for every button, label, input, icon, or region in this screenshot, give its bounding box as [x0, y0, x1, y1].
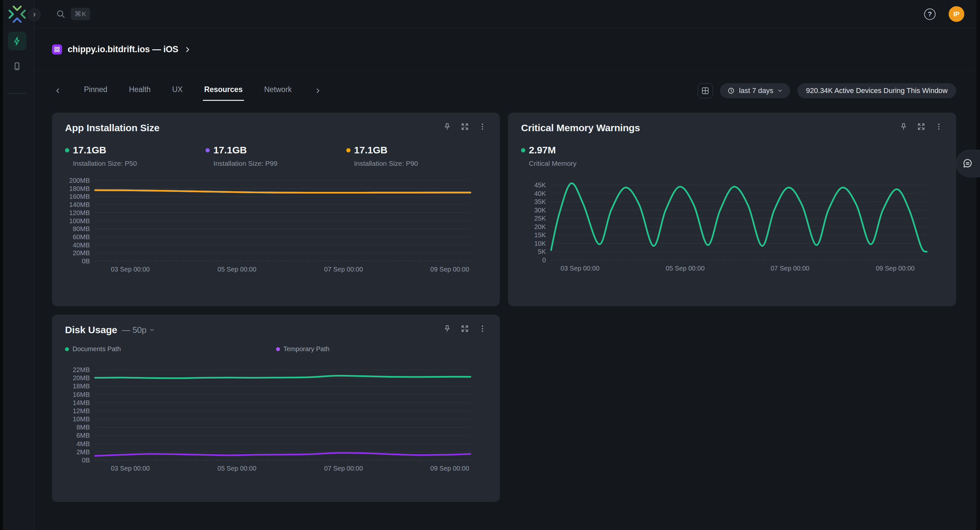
- tabs-scroll-right-icon[interactable]: [312, 87, 324, 94]
- expand-icon[interactable]: [917, 122, 926, 131]
- topbar-right: ? IP: [924, 6, 964, 22]
- lightning-icon: [12, 36, 22, 46]
- app-grid-icon: [52, 44, 62, 54]
- stat-value: 17.1GB: [213, 144, 247, 156]
- toolbar-right: last 7 days 920.34K Active Devices Durin…: [698, 83, 956, 98]
- clock-icon: [727, 87, 735, 95]
- card-title-text: Disk Usage: [65, 324, 117, 335]
- sidebar: [0, 0, 34, 530]
- kebab-menu-icon[interactable]: [478, 324, 487, 333]
- legend-label: Temporary Path: [283, 345, 329, 353]
- card-header: Critical Memory Warnings: [521, 122, 943, 133]
- stat-dot: [346, 148, 350, 152]
- avatar[interactable]: IP: [949, 6, 964, 22]
- window-edge-left: [0, 0, 3, 530]
- card-actions: [443, 122, 487, 131]
- critical-memory-chart: 45K40K35K30K25K20K15K10K5K0 03 Sep 00:00…: [521, 185, 943, 260]
- cards-grid: App Installation Size: [52, 113, 956, 502]
- legend-dot: [65, 347, 69, 351]
- expand-icon[interactable]: [461, 324, 469, 333]
- feedback-chat-tab[interactable]: [956, 150, 980, 177]
- help-icon[interactable]: ?: [924, 8, 935, 20]
- chat-bubble-icon: [962, 158, 973, 169]
- legend-documents-path[interactable]: Documents Path: [65, 345, 276, 353]
- bitdrift-logo-icon[interactable]: [8, 5, 26, 23]
- stat-dot: [65, 148, 69, 152]
- card-disk-usage: Disk Usage — 50p: [52, 314, 500, 502]
- pin-icon[interactable]: [443, 122, 452, 131]
- y-axis-labels: 22MB20MB18MB16MB14MB12MB10MB8MB6MB4MB2MB…: [65, 370, 95, 460]
- active-devices-badge: 920.34K Active Devices During This Windo…: [797, 83, 956, 98]
- x-axis-labels: 03 Sep 00:0005 Sep 00:0007 Sep 00:0009 S…: [95, 266, 470, 275]
- card-title: Disk Usage — 50p: [65, 324, 155, 335]
- global-search[interactable]: ⌘K: [56, 8, 90, 20]
- card-app-installation-size: App Installation Size: [52, 113, 500, 306]
- card-header: App Installation Size: [65, 122, 487, 133]
- time-range-selector[interactable]: last 7 days: [720, 83, 790, 98]
- chevron-right-icon[interactable]: [184, 46, 191, 53]
- legend-dot: [276, 347, 280, 351]
- card-actions: [443, 324, 487, 333]
- chevron-down-icon: [149, 327, 155, 333]
- stat-p99: 17.1GB Installation Size: P99: [205, 144, 346, 167]
- plot-area[interactable]: 03 Sep 00:0005 Sep 00:0007 Sep 00:0009 S…: [95, 370, 470, 460]
- page-content: chippy.io.bitdrift.ios — iOS Pinned Heal…: [34, 29, 980, 530]
- disk-usage-chart: 22MB20MB18MB16MB14MB12MB10MB8MB6MB4MB2MB…: [65, 370, 487, 460]
- chevron-down-icon: [777, 88, 783, 94]
- tab-bar: Pinned Health UX Resources Network: [52, 81, 324, 101]
- main-column: ⌘K ? IP chippy.io.bitdrift.ios — iOS: [34, 0, 980, 530]
- search-shortcut-badge: ⌘K: [71, 8, 90, 20]
- sidebar-collapse-button[interactable]: [28, 8, 40, 21]
- x-axis-labels: 03 Sep 00:0005 Sep 00:0007 Sep 00:0009 S…: [551, 265, 927, 274]
- stat-value: 2.97M: [529, 144, 556, 156]
- kebab-menu-icon[interactable]: [478, 122, 487, 131]
- active-devices-label: 920.34K Active Devices During This Windo…: [806, 86, 948, 95]
- card-header: Disk Usage — 50p: [65, 324, 487, 335]
- card-actions: [899, 122, 943, 131]
- chart-legend: Documents Path Temporary Path: [65, 345, 487, 353]
- stat-dot: [521, 148, 525, 152]
- app-installation-chart: 200MB180MB160MB140MB120MB100MB80MB60MB40…: [65, 181, 487, 261]
- y-axis-labels: 45K40K35K30K25K20K15K10K5K0: [521, 185, 551, 260]
- stat-value: 17.1GB: [73, 144, 106, 156]
- plot-area[interactable]: 03 Sep 00:0005 Sep 00:0007 Sep 00:0009 S…: [551, 185, 927, 260]
- tab-pinned[interactable]: Pinned: [83, 81, 109, 101]
- stat-label: Installation Size: P50: [73, 160, 205, 167]
- tab-health[interactable]: Health: [128, 81, 152, 101]
- breadcrumb: chippy.io.bitdrift.ios — iOS: [34, 29, 980, 71]
- chevron-right-icon: [32, 12, 37, 17]
- sidebar-items: [0, 32, 34, 94]
- stat-dot: [205, 148, 210, 152]
- pin-icon[interactable]: [443, 324, 452, 333]
- app-root: ⌘K ? IP chippy.io.bitdrift.ios — iOS: [0, 0, 980, 530]
- sidebar-item-devices[interactable]: [8, 57, 27, 75]
- app-breadcrumb-label[interactable]: chippy.io.bitdrift.ios — iOS: [68, 44, 178, 54]
- tab-network[interactable]: Network: [263, 81, 293, 101]
- window-edge-right: [977, 0, 980, 530]
- tab-resources[interactable]: Resources: [203, 81, 244, 101]
- topbar: ⌘K ? IP: [34, 0, 980, 29]
- layout-grid-button[interactable]: [698, 83, 713, 98]
- percentile-value: — 50p: [122, 325, 147, 335]
- stat-p90: 17.1GB Installation Size: P90: [346, 144, 487, 167]
- stat-value: 17.1GB: [354, 144, 387, 156]
- expand-icon[interactable]: [461, 122, 469, 131]
- stat-critical-memory: 2.97M Critical Memory: [521, 144, 664, 167]
- percentile-selector[interactable]: — 50p: [122, 325, 155, 335]
- tab-ux[interactable]: UX: [171, 81, 184, 101]
- time-range-value: last 7 days: [739, 86, 773, 95]
- sidebar-divider: [8, 93, 27, 94]
- legend-label: Documents Path: [73, 345, 121, 353]
- stats-row: 2.97M Critical Memory: [521, 144, 943, 167]
- card-title: App Installation Size: [65, 122, 159, 133]
- sidebar-item-events[interactable]: [8, 32, 27, 50]
- stat-p50: 17.1GB Installation Size: P50: [65, 144, 205, 167]
- dashboard-toolbar: Pinned Health UX Resources Network: [52, 81, 956, 101]
- plot-area[interactable]: 03 Sep 00:0005 Sep 00:0007 Sep 00:0009 S…: [95, 181, 470, 261]
- stat-label: Critical Memory: [529, 160, 664, 167]
- card-title: Critical Memory Warnings: [521, 122, 640, 133]
- kebab-menu-icon[interactable]: [935, 122, 943, 131]
- tabs-scroll-left-icon[interactable]: [52, 87, 64, 94]
- pin-icon[interactable]: [899, 122, 908, 131]
- legend-temporary-path[interactable]: Temporary Path: [276, 345, 487, 353]
